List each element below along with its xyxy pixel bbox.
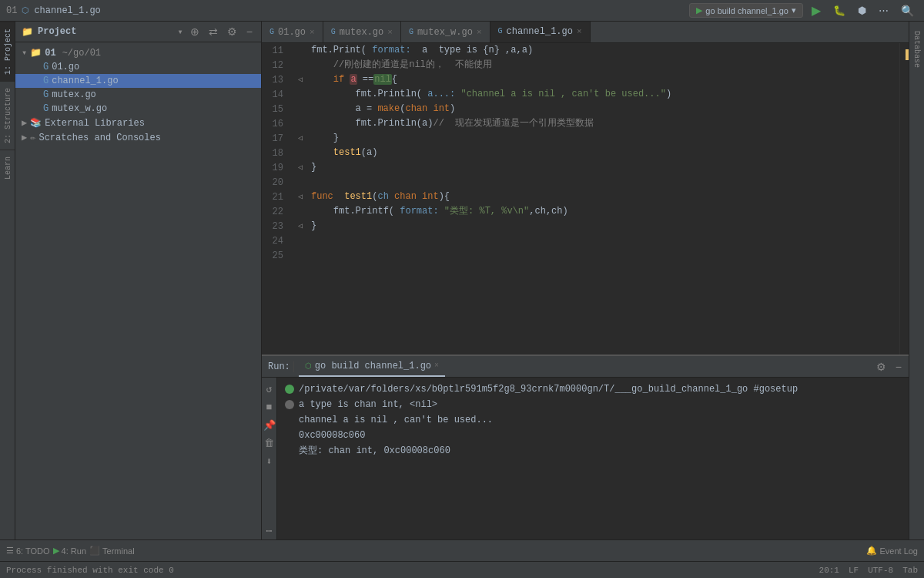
right-tab-database[interactable]: Database (910, 25, 923, 74)
tab-mutexgo-label: mutex.go (340, 27, 384, 38)
run-config-button[interactable]: ▶ go build channel_1.go ▾ (689, 3, 803, 18)
scratches-icon: ✏ (30, 132, 35, 143)
title-bar-left: 01 ⬡ channel_1.go (6, 5, 101, 16)
coverage-button[interactable]: ⬢ (854, 3, 870, 18)
event-log-button[interactable]: 🔔 Event Log (866, 546, 918, 556)
bottom-tab-run-close[interactable]: × (434, 361, 439, 370)
code-line-21: 21 ◁ func test1(ch chan int){ (262, 190, 899, 204)
code-editor[interactable]: 11 fmt.Print( format: a type is {n} ,a,a… (262, 43, 899, 355)
title-filename: channel_1.go (34, 5, 100, 16)
terminal-button[interactable]: ⬛ Terminal (89, 546, 135, 556)
tab-01go[interactable]: G 01.go × (262, 22, 323, 42)
sidebar-item-project[interactable]: 1: Project (0, 22, 15, 81)
bottom-settings-button[interactable]: ⚙ (872, 359, 890, 375)
editor-column: G 01.go × G mutex.go × G mutex_w.go × (262, 22, 909, 539)
bottom-restart-icon[interactable]: ↺ (264, 381, 275, 398)
run-config-icon: ▶ (696, 5, 702, 15)
external-libraries-arrow: ▶ (22, 117, 27, 129)
line-content-19: } (308, 160, 899, 175)
bottom-more-icon[interactable]: ⋯ (264, 523, 275, 539)
line-content-13: if a ==nil{ (308, 72, 899, 87)
project-title: Project (38, 26, 173, 37)
todo-icon: ☰ (6, 546, 14, 556)
line-content-11: fmt.Print( format: a type is {n} ,a,a) (308, 43, 899, 58)
terminal-label: Terminal (102, 546, 135, 556)
bottom-tab-run-label: go build channel_1.go (315, 361, 431, 371)
tree-file-01go[interactable]: G 01.go (15, 60, 261, 74)
tab-channel1go[interactable]: G channel_1.go × (490, 22, 591, 42)
line-gutter-23: ◁ (293, 219, 308, 234)
file-channel1go-label: channel_1.go (52, 76, 118, 86)
run-indicator-green (285, 385, 294, 394)
todo-button[interactable]: ☰ 6: TODO (6, 546, 50, 556)
tab-01go-close[interactable]: × (310, 28, 315, 37)
bottom-stop-icon[interactable]: ■ (264, 399, 275, 415)
run-config-chevron: ▾ (792, 5, 796, 15)
scope-button[interactable]: ⇄ (206, 25, 220, 39)
tree-root-arrow: ▾ (22, 47, 27, 59)
sidebar-item-structure[interactable]: 2: Structure (0, 81, 15, 150)
status-indent[interactable]: Tab (902, 566, 918, 575)
tree-scratches[interactable]: ▶ ✏ Scratches and Consoles (15, 130, 261, 145)
sidebar-item-learn[interactable]: Learn (0, 150, 15, 186)
line-content-21: func test1(ch chan int){ (308, 190, 899, 204)
status-position[interactable]: 20:1 (819, 566, 839, 575)
bottom-scroll-icon[interactable]: ⬇ (264, 453, 275, 470)
file-mutexgo-label: mutex.go (52, 89, 96, 100)
code-line-19: 19 ◁ } (262, 160, 899, 175)
more-run-button[interactable]: ⋯ (875, 3, 892, 18)
tab-mutexgo[interactable]: G mutex.go × (323, 22, 401, 42)
tab-channel1go-close[interactable]: × (577, 27, 582, 36)
code-container: 11 fmt.Print( format: a type is {n} ,a,a… (262, 43, 909, 355)
run-path-text: /private/var/folders/xs/b0ptlr591m5f2g8_… (299, 382, 798, 396)
line-num-19: 19 (262, 160, 293, 175)
line-content-12: //刚创建的通道是nil的， 不能使用 (308, 58, 899, 72)
tree-root[interactable]: ▾ 📁 01 ~/go/01 (15, 45, 261, 60)
search-button[interactable]: 🔍 (897, 3, 918, 18)
tree-file-mutexgo[interactable]: G mutex.go (15, 88, 261, 102)
line-num-16: 16 (262, 116, 293, 131)
tree-file-mutexwgo[interactable]: G mutex_w.go (15, 102, 261, 116)
line-gutter-18 (293, 146, 308, 160)
line-gutter-13: ◁ (293, 72, 308, 87)
line-content-15: a = make(chan int) (308, 102, 899, 116)
tab-mutexgo-close[interactable]: × (387, 28, 393, 37)
debug-button[interactable]: 🐛 (829, 3, 849, 18)
code-line-18: 18 test1(a) (262, 146, 899, 160)
file-icon: ⬡ (22, 5, 29, 15)
project-close-button[interactable]: − (244, 25, 255, 39)
bottom-tab-run[interactable]: ⬡ go build channel_1.go × (299, 356, 445, 377)
run-output-4: 类型: chan int, 0xc00008c060 (299, 444, 450, 458)
bottom-toolbar: ☰ 6: TODO ▶ 4: Run ⬛ Terminal 🔔 Event Lo… (0, 539, 924, 561)
run-line-2: channel a is nil , can't be used... (285, 413, 901, 427)
status-line-separator[interactable]: LF (849, 566, 859, 575)
bottom-minimize-button[interactable]: − (892, 359, 906, 375)
title-bar-center: ▶ go build channel_1.go ▾ ▶ 🐛 ⬢ ⋯ 🔍 (101, 2, 918, 19)
status-encoding[interactable]: UTF-8 (868, 566, 893, 575)
project-settings-button[interactable]: ⚙ (225, 25, 239, 39)
bottom-tab-run-icon: ⬡ (305, 361, 312, 371)
line-num-11: 11 (262, 43, 293, 58)
tab-mutexwgo[interactable]: G mutex_w.go × (401, 22, 490, 42)
run-toolbar-button[interactable]: ▶ 4: Run (53, 546, 86, 556)
todo-label: 6: TODO (16, 546, 50, 556)
tab-mutexwgo-close[interactable]: × (477, 28, 482, 37)
tree-root-path: ~/go/01 (62, 48, 101, 59)
tab-01go-label: 01.go (278, 27, 306, 38)
editor-area: G 01.go × G mutex.go × G mutex_w.go × (262, 22, 909, 355)
tree-file-channel1go[interactable]: G channel_1.go (15, 74, 261, 88)
status-bar: Process finished with exit code 0 20:1 L… (0, 561, 924, 578)
external-libraries-label: External Libraries (45, 118, 145, 129)
title-bar: 01 ⬡ channel_1.go ▶ go build channel_1.g… (0, 0, 924, 22)
line-num-21: 21 (262, 190, 293, 204)
yellow-marker (906, 49, 909, 60)
bottom-trash-icon[interactable]: 🗑 (262, 435, 276, 452)
scratches-label: Scratches and Consoles (38, 133, 160, 143)
tree-external-libraries[interactable]: ▶ 📚 External Libraries (15, 116, 261, 130)
code-line-14: 14 fmt.Println( a...: "channel a is nil … (262, 87, 899, 102)
main-area: 1: Project 2: Structure Learn 📁 Project … (0, 22, 924, 539)
bottom-pin-icon[interactable]: 📌 (262, 417, 278, 434)
run-button[interactable]: ▶ (808, 2, 825, 19)
add-project-button[interactable]: ⊕ (188, 25, 202, 39)
code-line-23: 23 ◁ } (262, 219, 899, 234)
